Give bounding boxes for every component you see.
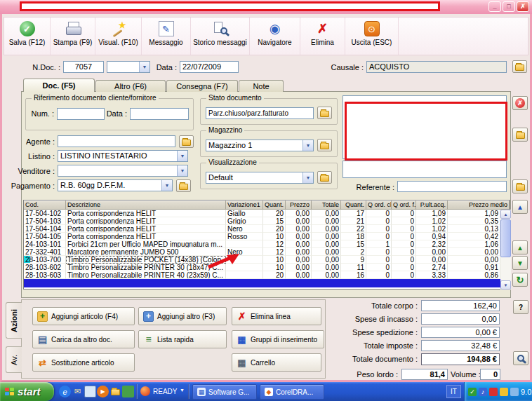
column-header[interactable]: Quant.: [341, 200, 366, 210]
delete-button[interactable]: ✗ Elimina: [300, 18, 345, 55]
listino-combo[interactable]: LISTINO INTESTATARIO▼: [58, 150, 188, 162]
antivirus-icon[interactable]: [489, 388, 498, 396]
print-button[interactable]: Stampa (F9): [51, 18, 95, 55]
column-header[interactable]: Descrizione: [66, 200, 226, 210]
tab-note[interactable]: Note: [239, 80, 284, 92]
task-coreldraw[interactable]: ◆ CorelDRA...: [260, 384, 324, 400]
tab-altro[interactable]: Altro (F6): [95, 80, 166, 92]
chevron-down-icon[interactable]: ▼: [302, 140, 313, 151]
message-history-button[interactable]: Storico messaggi: [191, 18, 250, 55]
table-row[interactable]: 28-103-603Timbro Personalizzabile PRINTE…: [24, 271, 500, 279]
add-other-button[interactable]: + Aggiungi altro (F3): [138, 307, 227, 325]
column-header[interactable]: Q ord. f.: [392, 200, 416, 210]
add-article-button[interactable]: + Aggiungi articolo (F4): [32, 307, 135, 325]
stato-field[interactable]: Parz.chiuso/parz.fatturato: [206, 107, 314, 119]
column-header[interactable]: Totale: [312, 200, 341, 210]
row-scroll-up-button[interactable]: ▲: [512, 200, 528, 214]
chevron-down-icon[interactable]: ▼: [177, 165, 187, 176]
message-button[interactable]: ✎ Messaggio: [142, 18, 191, 55]
scroll-down-icon[interactable]: ▼: [500, 280, 511, 290]
ready-label[interactable]: READY: [153, 388, 177, 395]
ready-icon[interactable]: [140, 386, 150, 396]
restore-button[interactable]: □: [503, 1, 515, 12]
language-indicator[interactable]: IT: [446, 385, 461, 398]
agente-input[interactable]: [58, 135, 175, 147]
ready-dropdown-icon[interactable]: ▼: [180, 388, 185, 393]
scrollbar-thumb[interactable]: [500, 219, 511, 257]
tab-consegna[interactable]: Consegna (F7): [166, 80, 238, 92]
num-input[interactable]: [57, 108, 105, 120]
task-software-g[interactable]: ▦ Software G...: [192, 384, 257, 400]
volume-icon[interactable]: ♪: [479, 388, 487, 396]
tab-avanzate[interactable]: Av.: [6, 346, 22, 373]
delete-line-button[interactable]: ✗ Elimina linea: [232, 307, 321, 325]
causale-field[interactable]: ACQUISTO: [366, 61, 507, 73]
magazzino-combo[interactable]: Magazzino 1▼: [206, 140, 314, 151]
clear-panel-button[interactable]: ✗: [512, 96, 528, 110]
tab-azioni[interactable]: Azioni: [6, 302, 22, 339]
selected-empty-row[interactable]: [24, 279, 500, 287]
move-row-down-button[interactable]: ▼: [512, 256, 528, 270]
show-desktop-icon[interactable]: [84, 386, 96, 397]
visualize-button[interactable]: ★ Visual. (F10): [95, 18, 142, 55]
table-row[interactable]: 17-504-104Porta corrispondenza HELITNero…: [24, 225, 500, 233]
zoom-totals-button[interactable]: [513, 351, 528, 365]
network-icon[interactable]: [510, 388, 519, 396]
table-row[interactable]: 17-504-103Porta corrispondenza HELITGrig…: [24, 217, 500, 225]
column-header[interactable]: P.ult.acq.: [416, 200, 448, 210]
visualizzazione-browse-button[interactable]: [317, 171, 332, 184]
mail-icon[interactable]: ✉: [72, 386, 84, 397]
column-header[interactable]: Cod.: [24, 200, 66, 210]
alert-icon[interactable]: [500, 388, 508, 396]
table-row[interactable]: 28-103-602Timbro Personalizzabile PRINTE…: [24, 264, 500, 271]
app-shortcut-icon[interactable]: [122, 386, 134, 397]
ndoc-input[interactable]: 7057: [63, 61, 104, 73]
move-row-up-button[interactable]: ▲: [512, 240, 528, 254]
visualizzazione-combo[interactable]: Default▼: [206, 172, 314, 184]
table-row[interactable]: 28-103-700Timbro Personalizzabile POCKET…: [24, 256, 500, 264]
column-header[interactable]: Variazione1: [226, 200, 263, 210]
column-header[interactable]: Prezzo medio: [448, 200, 510, 210]
ref-date-input[interactable]: [130, 108, 189, 120]
quicklaunch-folder-icon[interactable]: [109, 386, 121, 397]
substitute-article-button[interactable]: ⇄ Sostituzione articolo: [32, 353, 135, 372]
chevron-down-icon[interactable]: ▼: [302, 172, 313, 183]
side-list-panel-2[interactable]: [343, 161, 507, 178]
internet-explorer-icon[interactable]: e: [59, 386, 71, 397]
start-button[interactable]: start: [0, 382, 54, 401]
chevron-down-icon[interactable]: ▼: [161, 180, 172, 191]
load-from-doc-button[interactable]: ▤ Carica da altro doc.: [32, 330, 135, 348]
doc-type-combo[interactable]: ▼: [107, 61, 150, 73]
save-button[interactable]: ✓ Salva (F12): [4, 18, 51, 55]
table-row[interactable]: 24-103-101Forbici 21cm per Ufficio MAPED…: [24, 240, 500, 248]
pagamento-browse-button[interactable]: [176, 179, 191, 192]
stato-browse-button[interactable]: [317, 107, 332, 119]
pagamento-combo[interactable]: R.B. 60gg D.F.F.M.▼: [58, 179, 173, 191]
table-row[interactable]: 27-332-401Marcatore permanente JUMBO 500…: [24, 248, 500, 256]
chevron-down-icon[interactable]: ▼: [177, 151, 187, 161]
exit-button[interactable]: ⊙ Uscita (ESC): [345, 18, 399, 55]
close-button[interactable]: ✗: [517, 1, 529, 12]
panel-browse-button[interactable]: [512, 128, 528, 142]
table-row[interactable]: 17-504-102Porta corrispondenza HELITGial…: [24, 210, 500, 217]
minimize-button[interactable]: _: [488, 1, 501, 12]
column-header[interactable]: Prezzo: [286, 200, 312, 210]
scroll-up-icon[interactable]: ▲: [500, 210, 511, 219]
cart-button[interactable]: ▦ Carrello: [232, 353, 321, 372]
column-header[interactable]: Q ord. cl.: [366, 200, 392, 210]
referente-input[interactable]: [397, 181, 507, 192]
causale-browse-button[interactable]: [512, 60, 527, 73]
refresh-button[interactable]: ↻: [512, 273, 528, 287]
tab-doc[interactable]: Doc. (F5): [23, 79, 95, 92]
table-row[interactable]: 17-504-105Porta corrispondenza HELITRoss…: [24, 233, 500, 240]
table-scrollbar[interactable]: ▲ ▼: [500, 210, 511, 290]
chevron-down-icon[interactable]: ▼: [139, 62, 149, 72]
magazzino-browse-button[interactable]: [317, 139, 332, 151]
navigator-button[interactable]: ◉ Navigatore: [250, 18, 300, 55]
shield-icon[interactable]: ✓: [468, 388, 477, 396]
quick-list-button[interactable]: ≡ Lista rapida: [138, 330, 227, 348]
media-player-icon[interactable]: ▶: [97, 386, 109, 397]
venditore-combo[interactable]: ▼: [58, 165, 188, 177]
column-header[interactable]: Quant.: [263, 200, 286, 210]
help-button[interactable]: ?: [513, 300, 528, 314]
